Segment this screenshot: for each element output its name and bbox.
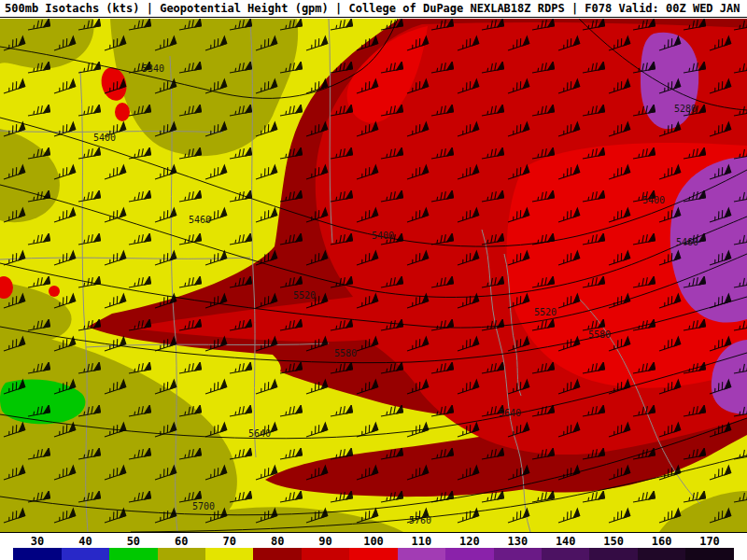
isotach-color-scale: 30405060708090100110120130140150160170: [0, 532, 747, 560]
scale-color-segment: [158, 548, 205, 560]
height-contour-label: 5340: [142, 63, 164, 74]
scale-color-segment: [302, 548, 349, 560]
title-bar: 500mb Isotachs (kts) | Geopotential Heig…: [0, 0, 747, 18]
height-contour-label: 5640: [499, 408, 521, 418]
height-contour-label: 5760: [409, 515, 431, 525]
scale-tick-label: 30: [13, 535, 62, 548]
height-contour-label: 5700: [192, 501, 215, 511]
height-contour-label: 5580: [334, 348, 357, 358]
product-title: 500mb Isotachs (kts) | Geopotential Heig…: [5, 2, 511, 15]
height-contour-label: 5640: [248, 428, 271, 439]
height-contour-label: 5520: [534, 307, 557, 317]
height-contour-label: 5400: [372, 231, 394, 241]
scale-tick-label: 40: [61, 535, 109, 548]
scale-color-segment: [253, 548, 301, 560]
scale-tick-label: 150: [589, 535, 638, 548]
scale-tick-label: 90: [302, 535, 350, 548]
scale-tick-label: 170: [685, 535, 734, 548]
scale-color-segment: [589, 548, 637, 560]
scale-tick-label: 50: [109, 535, 158, 548]
height-contour-label: 5400: [93, 133, 116, 143]
scale-color-segment: [542, 548, 589, 560]
scale-tick-label: 130: [493, 535, 542, 548]
height-contour-label: 5400: [642, 195, 665, 205]
scale-tick-label: 60: [157, 535, 205, 548]
scale-tick-label: 110: [397, 535, 445, 548]
scale-color-segment: [494, 548, 542, 560]
scale-tick-label: 120: [445, 535, 494, 548]
scale-color-segment: [205, 548, 253, 560]
height-contour-label: 5280: [674, 104, 697, 114]
height-contour-label: 5520: [293, 290, 316, 301]
scale-tick-label: 80: [253, 535, 302, 548]
scale-color-segment: [62, 548, 109, 560]
scale-color-segment: [109, 548, 157, 560]
height-contour-label: 5460: [189, 215, 211, 225]
wind-barbs-layer: [0, 19, 747, 532]
scale-color-segment: [685, 548, 733, 560]
weather-map: 5340540054605400552055205580558056405640…: [0, 19, 747, 532]
scale-color-segment: [398, 548, 445, 560]
scale-tick-label: 100: [349, 535, 398, 548]
scale-color-segment: [13, 548, 61, 560]
map-svg: 5340540054605400552055205580558056405640…: [0, 19, 747, 532]
scale-tick-label: 160: [638, 535, 686, 548]
scale-color-segment: [445, 548, 493, 560]
height-contour-label: 5580: [588, 329, 611, 340]
valid-time: 18Z RDPS | F078 Valid: 00Z WED JAN 21 20…: [511, 2, 747, 15]
scale-color-segment: [638, 548, 685, 560]
scale-color-segment: [349, 548, 397, 560]
scale-tick-label: 140: [542, 535, 590, 548]
height-contour-label: 5460: [676, 237, 698, 247]
scale-tick-label: 70: [205, 535, 254, 548]
